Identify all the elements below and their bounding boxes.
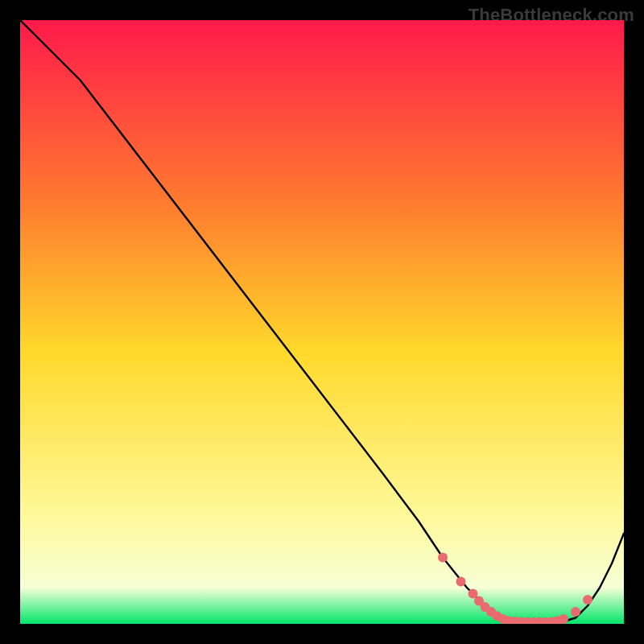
marker-dot (438, 553, 448, 563)
marker-dot (571, 607, 580, 617)
marker-dot (559, 614, 568, 624)
chart-svg (20, 20, 624, 624)
chart-frame: TheBottleneck.com (0, 0, 644, 644)
marker-dot (456, 577, 466, 587)
plot-area (20, 20, 624, 624)
marker-dot (583, 595, 592, 605)
gradient-bg (20, 20, 624, 624)
